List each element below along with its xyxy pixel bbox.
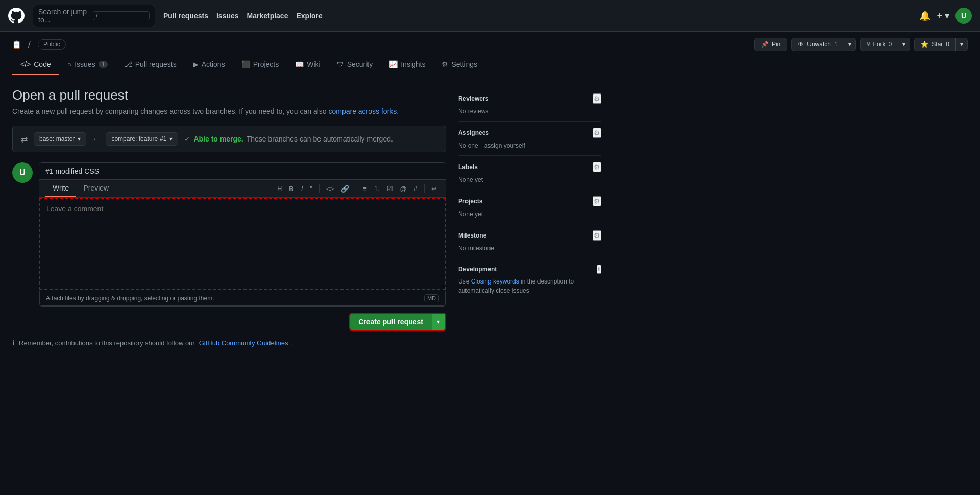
sidebar-labels: Labels ⚙ None yet [458,156,601,190]
star-dropdown-button[interactable]: ▾ [955,38,968,51]
base-branch-select[interactable]: base: master ▾ [34,132,86,146]
repo-breadcrumb: / [25,39,34,50]
toolbar-divider-1 [319,184,320,193]
sidebar-reviewers: Reviewers ⚙ No reviews [458,87,601,122]
merge-status: ✓ Able to merge. These branches can be a… [184,135,393,143]
link-button[interactable]: 🔗 [338,183,352,194]
search-bar[interactable]: Search or jump to... / [33,5,155,27]
unordered-list-button[interactable]: ≡ [360,183,370,194]
attach-bar: Attach files by dragging & dropping, sel… [39,291,446,306]
sidebar-development: Development ℹ Use Closing keywords in th… [458,258,601,301]
labels-gear-button[interactable]: ⚙ [593,162,601,172]
undo-button[interactable]: ↩ [429,183,439,194]
tab-security[interactable]: 🛡 Security [329,55,381,75]
tab-actions[interactable]: ▶ Actions [185,55,233,75]
page-subtitle: Create a new pull request by comparing c… [12,107,446,115]
compare-branch-select[interactable]: compare: feature-#1 ▾ [106,132,178,146]
mention-button[interactable]: @ [398,183,409,194]
watch-dropdown-button[interactable]: ▾ [844,38,856,51]
top-nav: Search or jump to... / Pull requests Iss… [0,0,980,32]
watch-button-group: 👁 Unwatch 1 ▾ [791,38,855,51]
projects-tab-icon: ⬛ [241,60,250,68]
nav-marketplace[interactable]: Marketplace [247,12,288,20]
toolbar-divider-3 [424,184,425,193]
star-button[interactable]: ⭐ Star 0 [914,38,955,51]
visibility-badge: Public [38,39,66,50]
tab-issues[interactable]: ○ Issues 1 [59,55,116,75]
milestone-gear-button[interactable]: ⚙ [593,230,601,241]
projects-gear-button[interactable]: ⚙ [593,196,601,206]
reference-button[interactable]: # [411,183,420,194]
security-tab-icon: 🛡 [337,60,344,68]
bold-button[interactable]: B [286,183,296,194]
ordered-list-button[interactable]: 1. [372,183,382,194]
community-guidelines-link[interactable]: GitHub Community Guidelines [199,339,288,347]
pr-title-input[interactable] [39,163,446,180]
watch-button[interactable]: 👁 Unwatch 1 [791,38,843,51]
reviewers-gear-button[interactable]: ⚙ [593,93,601,104]
quote-button[interactable]: " [307,183,315,194]
pr-submit-area: Create pull request ▾ [12,313,446,331]
compare-icon: ⇄ [21,134,28,144]
pin-button[interactable]: 📌 Pin [754,38,787,51]
tab-pull-requests[interactable]: ⎇ Pull requests [116,55,185,75]
breadcrumb-separator: / [28,39,31,50]
labels-title: Labels [458,163,478,171]
sidebar-reviewers-header: Reviewers ⚙ [458,93,601,104]
notifications-button[interactable]: 🔔 [919,10,930,21]
tab-settings[interactable]: ⚙ Settings [433,55,485,75]
sidebar-development-header: Development ℹ [458,265,601,274]
fork-dropdown-button[interactable]: ▾ [898,38,910,51]
code-tab-icon: </> [20,60,31,68]
tab-projects[interactable]: ⬛ Projects [233,55,287,75]
pr-editor-wrap: U Write Preview H B I " <> 🔗 ≡ [12,162,446,307]
pr-form: Open a pull request Create a new pull re… [12,87,446,347]
fork-button[interactable]: ⑂ Fork 0 [860,38,898,51]
chevron-down-icon: ▾ [78,135,81,143]
assignees-gear-button[interactable]: ⚙ [593,128,601,138]
star-button-group: ⭐ Star 0 ▾ [914,38,968,51]
sidebar-labels-header: Labels ⚙ [458,162,601,172]
editor-tabs: Write Preview H B I " <> 🔗 ≡ 1. ☑ [39,180,446,198]
pr-comment-textarea[interactable] [39,198,446,290]
avatar[interactable]: U [955,8,972,24]
nav-pull-requests[interactable]: Pull requests [163,12,208,20]
repo-nav: </> Code ○ Issues 1 ⎇ Pull requests ▶ Ac… [0,55,980,75]
tab-preview[interactable]: Preview [76,180,116,197]
compare-forks-link[interactable]: compare across forks [328,107,397,115]
italic-button[interactable]: I [299,183,306,194]
development-description: Use Closing keywords in the description … [458,277,601,295]
user-avatar: U [12,162,33,183]
create-pr-dropdown-button[interactable]: ▾ [431,314,445,330]
labels-value: None yet [458,176,483,183]
pr-sidebar: Reviewers ⚙ No reviews Assignees ⚙ No on… [458,87,601,347]
wiki-tab-icon: 📖 [295,60,304,68]
pin-icon: 📌 [761,41,769,48]
closing-keywords-link[interactable]: Closing keywords [471,278,519,285]
nav-explore[interactable]: Explore [296,12,322,20]
code-button[interactable]: <> [324,183,336,194]
top-nav-right: 🔔 + ▾ U [919,8,972,24]
checkmark-icon: ✓ [184,135,190,143]
tab-write[interactable]: Write [45,180,76,197]
development-info-button[interactable]: ℹ [597,265,601,274]
task-list-button[interactable]: ☑ [384,183,396,194]
nav-issues[interactable]: Issues [216,12,239,20]
repo-actions: 📌 Pin 👁 Unwatch 1 ▾ ⑂ Fork 0 ▾ ⭐ Star 0 [754,38,968,51]
assignees-title: Assignees [458,129,489,136]
book-icon: 📋 [12,40,21,49]
create-pr-button[interactable]: Create pull request [350,314,431,330]
create-button[interactable]: + ▾ [937,10,949,21]
projects-title: Projects [458,198,482,205]
community-notice: ℹ Remember, contributions to this reposi… [12,339,446,347]
heading-button[interactable]: H [275,183,284,194]
base-branch-label: base: master [39,135,75,143]
fork-button-group: ⑂ Fork 0 ▾ [860,38,911,51]
tab-insights[interactable]: 📈 Insights [381,55,433,75]
tab-code[interactable]: </> Code [12,55,59,75]
tab-wiki[interactable]: 📖 Wiki [287,55,328,75]
pr-editor: Write Preview H B I " <> 🔗 ≡ 1. ☑ [39,162,446,307]
github-logo[interactable] [8,8,24,24]
assignees-value: No one—assign yourself [458,142,525,149]
toolbar-divider-2 [356,184,356,193]
